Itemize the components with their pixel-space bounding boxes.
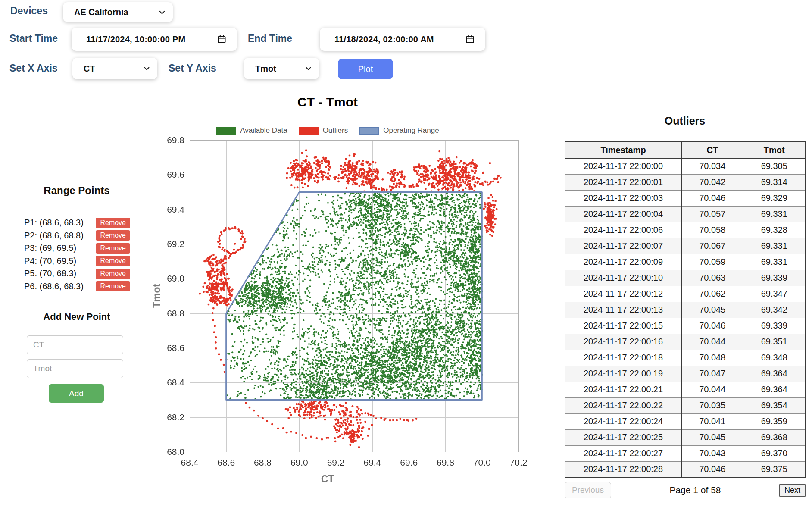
table-cell: 2024-11-17 22:00:09 [565, 254, 681, 270]
table-cell: 69.342 [743, 302, 805, 318]
table-cell: 69.370 [743, 445, 805, 461]
table-header-row: TimestampCTTmot [565, 142, 805, 158]
table-cell: 69.348 [743, 350, 805, 366]
table-cell: 2024-11-17 22:00:18 [565, 350, 681, 366]
table-cell: 69.331 [743, 254, 805, 270]
range-point-row: P5: (70, 68.3)Remove [24, 267, 130, 280]
end-time-input[interactable]: 11/18/2024, 02:00:00 AM [320, 28, 485, 51]
legend-swatch-icon [299, 127, 319, 135]
table-cell: 2024-11-17 22:00:12 [565, 286, 681, 302]
table-row: 2024-11-17 22:00:1270.06269.347 [565, 286, 805, 302]
table-cell: 69.351 [743, 334, 805, 350]
range-point-label: P5: (70, 68.3) [24, 269, 76, 279]
devices-label: Devices [10, 5, 48, 17]
table-cell: 2024-11-17 22:00:15 [565, 318, 681, 334]
end-time-label: End Time [248, 33, 292, 44]
calendar-icon[interactable] [218, 35, 237, 44]
outlier-analysis-app: Devices AE California Start Time 11/17/2… [0, 0, 812, 507]
table-row: 2024-11-17 22:00:0370.04669.329 [565, 190, 805, 206]
range-points-title: Range Points [24, 185, 129, 197]
table-cell: 2024-11-17 22:00:21 [565, 382, 681, 397]
table-row: 2024-11-17 22:00:2770.04369.370 [565, 445, 805, 461]
table-cell: 2024-11-17 22:00:28 [565, 461, 681, 477]
chevron-down-icon [306, 67, 319, 70]
legend-item: Available Data [216, 126, 287, 135]
table-cell: 70.035 [681, 397, 743, 413]
devices-selected-value: AE California [63, 7, 159, 17]
table-cell: 69.328 [743, 222, 805, 238]
x-axis-select[interactable]: CT [72, 58, 157, 79]
legend-swatch-icon [359, 127, 379, 135]
table-row: 2024-11-17 22:00:1570.04669.339 [565, 318, 805, 334]
table-row: 2024-11-17 22:00:1970.04769.364 [565, 366, 805, 382]
table-row: 2024-11-17 22:00:1670.04469.351 [565, 334, 805, 350]
column-header: CT [681, 142, 743, 158]
table-row: 2024-11-17 22:00:2470.04169.359 [565, 413, 805, 429]
table-row: 2024-11-17 22:00:0770.06769.331 [565, 238, 805, 254]
range-point-label: P4: (70, 69.5) [24, 256, 76, 266]
table-cell: 70.043 [681, 445, 743, 461]
table-row: 2024-11-17 22:00:2570.04569.368 [565, 429, 805, 445]
range-point-row: P3: (69, 69.5)Remove [24, 242, 130, 255]
table-cell: 2024-11-17 22:00:13 [565, 302, 681, 318]
y-axis-selected-value: Tmot [244, 64, 306, 74]
table-cell: 69.331 [743, 238, 805, 254]
range-point-label: P3: (69, 69.5) [24, 243, 76, 253]
table-cell: 70.046 [681, 461, 743, 477]
table-cell: 69.359 [743, 413, 805, 429]
column-header: Timestamp [565, 142, 681, 158]
table-cell: 69.364 [743, 382, 805, 397]
table-cell: 2024-11-17 22:00:10 [565, 270, 681, 286]
table-row: 2024-11-17 22:00:1070.06369.339 [565, 270, 805, 286]
set-x-axis-label: Set X Axis [9, 63, 58, 74]
range-point-row: P6: (68.6, 68.3)Remove [24, 280, 130, 293]
range-point-label: P1: (68.6, 68.3) [24, 218, 84, 228]
plot-button[interactable]: Plot [338, 59, 393, 79]
table-cell: 70.062 [681, 286, 743, 302]
legend-item: Outliers [299, 126, 348, 135]
table-cell: 2024-11-17 22:00:24 [565, 413, 681, 429]
table-cell: 69.339 [743, 270, 805, 286]
chevron-down-icon [159, 10, 173, 14]
start-time-value: 11/17/2024, 10:00:00 PM [72, 34, 218, 44]
previous-page-button[interactable]: Previous [565, 482, 611, 498]
legend-label: Available Data [240, 126, 287, 135]
new-point-y-input[interactable] [27, 359, 123, 378]
y-axis-select[interactable]: Tmot [244, 58, 319, 79]
range-points-list: P1: (68.6, 68.3)RemoveP2: (68.6, 68.8)Re… [24, 216, 130, 293]
table-cell: 2024-11-17 22:00:07 [565, 238, 681, 254]
new-point-x-input[interactable] [27, 335, 123, 354]
table-cell: 2024-11-17 22:00:04 [565, 206, 681, 222]
table-cell: 70.034 [681, 158, 743, 174]
table-row: 2024-11-17 22:00:2170.04469.364 [565, 382, 805, 397]
table-cell: 2024-11-17 22:00:03 [565, 190, 681, 206]
x-axis-selected-value: CT [72, 64, 144, 74]
table-row: 2024-11-17 22:00:0070.03469.305 [565, 158, 805, 174]
devices-select[interactable]: AE California [63, 2, 173, 22]
chart-legend: Available DataOutliersOperating Range [125, 126, 530, 135]
table-cell: 70.041 [681, 413, 743, 429]
table-cell: 69.375 [743, 461, 805, 477]
set-y-axis-label: Set Y Axis [169, 63, 216, 74]
table-cell: 70.045 [681, 302, 743, 318]
table-row: 2024-11-17 22:00:2270.03569.354 [565, 397, 805, 413]
range-point-row: P1: (68.6, 68.3)Remove [24, 216, 130, 229]
table-row: 2024-11-17 22:00:2870.04669.375 [565, 461, 805, 477]
table-cell: 69.364 [743, 366, 805, 382]
table-cell: 70.048 [681, 350, 743, 366]
table-row: 2024-11-17 22:00:0170.04269.314 [565, 174, 805, 190]
table-cell: 70.042 [681, 174, 743, 190]
x-axis-title: CT [125, 473, 530, 485]
table-row: 2024-11-17 22:00:1370.04569.342 [565, 302, 805, 318]
add-point-button[interactable]: Add [49, 384, 104, 403]
start-time-input[interactable]: 11/17/2024, 10:00:00 PM [72, 28, 237, 51]
range-point-label: P6: (68.6, 68.3) [24, 282, 84, 291]
next-page-button[interactable]: Next [779, 484, 806, 497]
table-row: 2024-11-17 22:00:0470.05769.331 [565, 206, 805, 222]
outliers-table-title: Outliers [565, 115, 805, 127]
table-cell: 69.339 [743, 318, 805, 334]
table-body: 2024-11-17 22:00:0070.03469.3052024-11-1… [565, 158, 805, 477]
table-cell: 2024-11-17 22:00:19 [565, 366, 681, 382]
table-cell: 2024-11-17 22:00:06 [565, 222, 681, 238]
calendar-icon[interactable] [466, 35, 485, 44]
